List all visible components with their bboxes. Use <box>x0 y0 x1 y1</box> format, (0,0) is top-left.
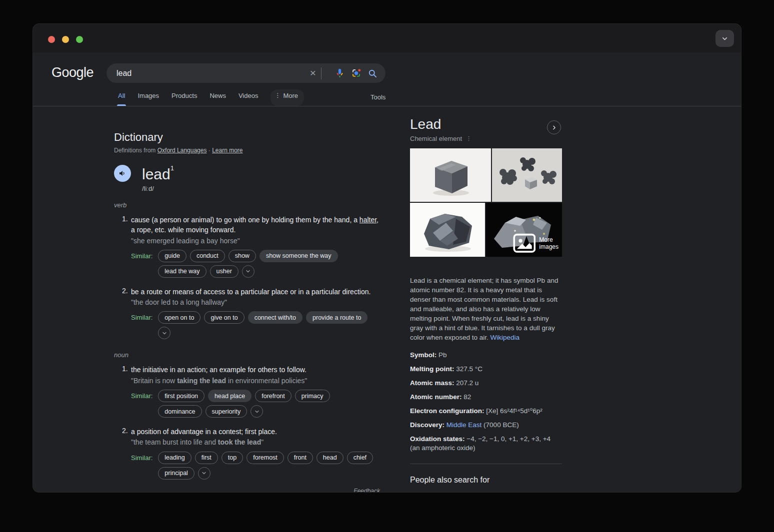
fact-electron-configuration: Electron configuration: [Xe] 6s²4f¹⁴5d¹⁰… <box>410 407 562 416</box>
expand-similar-button[interactable] <box>250 405 263 418</box>
similar-chip[interactable]: forefront <box>255 390 292 402</box>
dictionary-feedback-link[interactable]: Feedback <box>114 488 380 492</box>
more-images-label: More images <box>539 236 558 250</box>
definition-text: cause (a person or animal) to go with on… <box>131 215 380 235</box>
description-text: Lead is a chemical element; it has symbo… <box>410 276 562 342</box>
tab-news[interactable]: News <box>210 92 226 106</box>
oxford-languages-link[interactable]: Oxford Languages <box>158 147 207 154</box>
galena-ore-image[interactable]: More images <box>486 203 562 257</box>
chevron-down-icon <box>721 35 728 42</box>
google-lens-icon[interactable] <box>351 68 362 78</box>
similar-chip[interactable]: connect with/to <box>248 311 302 324</box>
similar-chip[interactable]: first <box>195 452 218 464</box>
clear-search-icon[interactable]: × <box>310 67 321 79</box>
close-window-button[interactable] <box>48 36 55 43</box>
expand-similar-button[interactable] <box>242 265 254 278</box>
part-of-speech-noun: noun <box>114 351 380 359</box>
similar-chip[interactable]: usher <box>210 265 238 278</box>
chevron-down-icon <box>245 268 251 274</box>
dictionary-title: Dictionary <box>114 131 380 144</box>
entry-number: 2. <box>122 427 131 483</box>
tab-more[interactable]: ⋮ More <box>270 89 304 106</box>
similar-label: Similar: <box>131 250 152 263</box>
lead-chunk-image[interactable] <box>410 203 485 257</box>
similar-chip[interactable]: first position <box>158 390 204 402</box>
similar-chip[interactable]: conduct <box>190 250 225 262</box>
definition-text: the initiative in an action; an example … <box>131 365 380 375</box>
definition-entry: 1. cause (a person or animal) to go with… <box>114 215 380 281</box>
chevron-right-icon <box>551 124 558 131</box>
minimize-window-button[interactable] <box>62 36 69 43</box>
similar-chip[interactable]: top <box>222 452 243 464</box>
image-grid: More images <box>410 148 562 257</box>
example-text: "she emerged leading a bay horse" <box>131 236 380 246</box>
fact-atomic-number: Atomic number: 82 <box>410 393 562 402</box>
tab-products[interactable]: Products <box>172 92 197 106</box>
fact-oxidation-states: Oxidation states: −4, −2, −1, 0, +1, +2,… <box>410 435 562 453</box>
similar-chip[interactable]: foremost <box>246 452 284 464</box>
similar-chip[interactable]: principal <box>158 467 194 480</box>
similar-chip[interactable]: lead the way <box>158 265 206 278</box>
expand-similar-button[interactable] <box>198 467 210 480</box>
headword: lead1 <box>142 165 174 182</box>
also-search-title: People also search for <box>410 476 562 485</box>
expand-similar-button[interactable] <box>158 327 170 339</box>
definition-entry: 1. the initiative in an action; an examp… <box>114 365 380 421</box>
lead-crystals-image[interactable] <box>492 148 562 202</box>
example-text: "Britain is now taking the lead in envir… <box>131 376 380 386</box>
similar-label: Similar: <box>131 311 152 324</box>
browser-window: Google × <box>33 24 741 492</box>
open-panel-button[interactable] <box>547 120 561 134</box>
tools-button[interactable]: Tools <box>370 93 386 101</box>
window-controls <box>48 36 83 43</box>
similar-chip[interactable]: head place <box>208 390 252 402</box>
definition-text: a position of advantage in a contest; fi… <box>131 427 380 437</box>
similar-label: Similar: <box>131 390 152 403</box>
voice-search-icon[interactable] <box>334 68 345 78</box>
similar-chip[interactable]: chief <box>347 452 373 464</box>
search-bar[interactable]: × <box>106 63 386 83</box>
similar-chip[interactable]: show someone the way <box>260 250 338 262</box>
tab-videos[interactable]: Videos <box>238 92 258 106</box>
lead-cube-image[interactable] <box>410 148 491 202</box>
more-images-button[interactable]: More images <box>513 233 558 253</box>
example-text: "the door led to a long hallway" <box>131 297 380 307</box>
search-input[interactable] <box>116 69 310 78</box>
panel-divider <box>410 464 562 464</box>
similar-chip[interactable]: give on to <box>204 311 244 324</box>
pronounce-button[interactable] <box>114 165 131 182</box>
fact-melting-point: Melting point: 327.5 °C <box>410 365 562 374</box>
google-logo[interactable]: Google <box>52 65 94 80</box>
fact-symbol: Symbol: Pb <box>410 351 562 360</box>
entry-number: 2. <box>122 287 131 343</box>
facts-list: Symbol: Pb Melting point: 327.5 °C Atomi… <box>410 351 562 453</box>
pronunciation: /liːd/ <box>142 185 174 192</box>
zoom-window-button[interactable] <box>76 36 83 43</box>
kebab-menu-icon[interactable]: ⋮ <box>466 135 472 142</box>
middle-east-link[interactable]: Middle East <box>446 421 482 429</box>
similar-row: Similar: first position head place foref… <box>131 390 380 421</box>
knowledge-panel-subtitle: Chemical element <box>410 135 462 142</box>
wikipedia-link[interactable]: Wikipedia <box>490 334 520 341</box>
search-icon[interactable] <box>368 68 378 78</box>
similar-chip[interactable]: head <box>316 452 344 464</box>
titlebar-chevron-button[interactable] <box>716 30 734 47</box>
similar-chip[interactable]: front <box>288 452 313 464</box>
tab-images[interactable]: Images <box>138 92 159 106</box>
similar-chip[interactable]: guide <box>158 250 186 262</box>
similar-chip[interactable]: primacy <box>295 390 330 402</box>
learn-more-link[interactable]: Learn more <box>212 147 242 154</box>
halter-link[interactable]: halter <box>360 216 376 224</box>
speaker-icon <box>118 169 126 177</box>
similar-chip[interactable]: dominance <box>158 405 202 418</box>
image-icon <box>513 233 536 253</box>
similar-chip[interactable]: leading <box>158 452 191 464</box>
similar-row: Similar: open on to give on to connect w… <box>131 311 380 342</box>
similar-chip[interactable]: show <box>228 250 256 262</box>
window-titlebar <box>33 24 741 52</box>
knowledge-panel: Lead Chemical element ⋮ <box>410 116 562 492</box>
similar-chip[interactable]: open on to <box>158 311 200 324</box>
similar-chip[interactable]: superiority <box>206 405 248 418</box>
similar-chip[interactable]: provide a route to <box>306 311 368 324</box>
tab-all[interactable]: All <box>118 92 125 106</box>
